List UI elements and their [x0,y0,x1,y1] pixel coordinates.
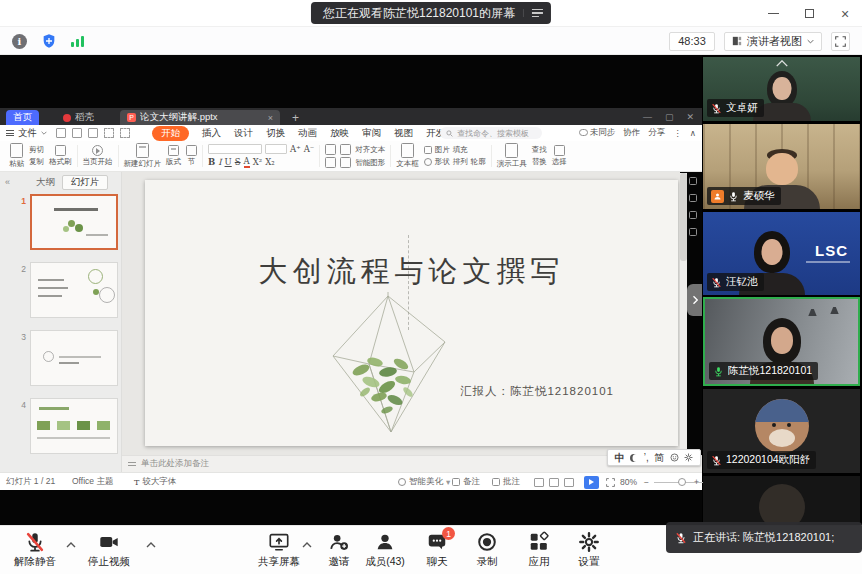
gear-icon[interactable] [684,453,693,462]
record-button[interactable]: 录制 [458,531,516,569]
play-from-current-button[interactable]: 当页开始 [83,145,113,167]
fit-window-icon[interactable] [606,473,615,491]
wps-close-button[interactable]: ✕ [686,112,694,122]
outline-button[interactable]: 轮廓 [471,157,486,167]
slide-layout-button[interactable]: 版式 [166,145,181,167]
print-icon[interactable] [72,128,82,138]
panel-collapse-icon[interactable]: « [5,177,10,187]
banner-menu-icon[interactable] [523,9,543,18]
new-slide-button[interactable]: 新建幻灯片 [124,143,162,169]
video-tile[interactable]: 麦硕华 [703,124,860,209]
menu-tab-slideshow[interactable]: 放映 [330,127,349,140]
video-tile[interactable]: LSC 汪钇池 [703,212,860,295]
redo-icon[interactable] [120,128,130,138]
menu-tab-home[interactable]: 开始 [152,126,189,141]
font-color-button[interactable]: A [244,156,250,168]
fullscreen-button[interactable] [831,32,850,51]
align-left-button[interactable] [325,157,336,168]
slides-tab[interactable]: 幻灯片 [62,175,108,190]
undo-icon[interactable] [104,128,114,138]
settings-button[interactable]: 设置 [560,531,618,569]
slide-thumbnail-3[interactable] [30,330,118,386]
sidebar-collapse-handle[interactable] [687,284,702,316]
minimize-button[interactable] [762,3,784,25]
section-button[interactable]: 节 [186,145,197,167]
superscript-button[interactable]: X² [253,157,262,167]
more-options-icon[interactable]: ⋮ [673,128,682,138]
menu-tab-insert[interactable]: 插入 [202,127,221,140]
security-shield-icon[interactable] [41,33,57,49]
collapse-ribbon-icon[interactable]: ∧ [690,128,696,138]
ime-punct-indicator[interactable]: ’, [644,452,649,463]
slide-thumbnail-2[interactable] [30,262,118,318]
wps-restore-button[interactable]: ▢ [665,112,674,122]
font-family-select[interactable] [208,144,262,154]
emoji-icon[interactable] [670,453,679,462]
zoom-in-button[interactable]: + [694,473,699,491]
ime-lang-indicator[interactable]: 中 [615,451,625,465]
properties-icon[interactable] [689,177,697,185]
align-text-button[interactable]: 对齐文本 [355,145,385,155]
members-button[interactable]: 成员(43) [356,531,414,569]
help-icon[interactable] [689,228,697,236]
document-scrollbar[interactable] [680,173,687,455]
zoom-percent[interactable]: 80% [620,473,637,491]
replace-button[interactable]: 替换 [532,157,547,167]
new-tab-button[interactable]: + [288,110,303,125]
ime-simplified-indicator[interactable]: 简 [654,451,664,465]
font-size-note[interactable]: T较大字体 [134,473,176,491]
menu-tab-animation[interactable]: 动画 [298,127,317,140]
output-icon[interactable] [88,128,98,138]
wps-tab-document[interactable]: P 论文大纲讲解.pptx × [120,110,280,125]
find-button[interactable]: 查找 [532,145,547,155]
menu-tab-transition[interactable]: 切换 [266,127,285,140]
wps-file-menu[interactable]: 文件 [6,127,47,140]
share-button[interactable]: 分享 [648,127,665,139]
collaborate-button[interactable]: 协作 [623,127,640,139]
present-tools-button[interactable]: 演示工具 [497,143,527,169]
slideshow-play-button[interactable] [584,473,599,491]
video-tile-active-speaker[interactable]: 陈芷悦121820101 [703,297,860,386]
status-comments-button[interactable]: 批注 [492,473,520,491]
current-slide[interactable]: 大创流程与论文撰写 [145,180,678,446]
view-sorter-button[interactable] [549,473,559,491]
menu-tab-design[interactable]: 设计 [234,127,253,140]
view-reading-button[interactable] [564,473,574,491]
slide-thumbnail-4[interactable] [30,398,118,454]
bullet-list-button[interactable] [325,144,336,155]
strikethrough-button[interactable]: S [235,157,241,167]
animation-pane-icon[interactable] [689,194,697,202]
moon-icon[interactable] [630,454,638,462]
decrease-font-button[interactable]: A⁻ [304,144,315,154]
input-method-bar[interactable]: 中 ’, 简 [607,449,701,466]
maximize-button[interactable] [798,3,820,25]
arrange-button[interactable]: 排列 [453,157,468,167]
align-center-button[interactable] [340,157,351,168]
zoom-out-button[interactable]: − [644,473,649,491]
close-button[interactable]: × [834,3,856,25]
fill-button[interactable]: 填充 [453,145,468,155]
font-size-select[interactable] [265,144,287,154]
stop-video-button[interactable]: 停止视频 [80,531,138,569]
save-icon[interactable] [56,128,66,138]
textbox-button[interactable]: 文本框 [396,143,419,169]
beautify-button[interactable]: 智能美化▾ [398,473,450,491]
unmute-button[interactable]: 解除静音 [6,531,64,569]
tab-close-icon[interactable]: × [268,113,273,123]
comment-pane-icon[interactable] [689,211,697,219]
view-normal-button[interactable] [534,473,544,491]
video-tile[interactable]: 122020104欧阳舒 [703,389,860,473]
format-painter-button[interactable]: 格式刷 [49,145,72,167]
view-mode-button[interactable]: 演讲者视图 [724,32,822,51]
share-screen-button[interactable]: 共享屏幕 [250,531,308,569]
menu-tab-view[interactable]: 视图 [394,127,413,140]
video-tile[interactable]: 文卓妍 [703,57,860,121]
italic-button[interactable]: I [218,157,221,167]
wps-minimize-button[interactable]: — [643,112,652,122]
shape-button-label[interactable]: 形状 [435,157,450,167]
underline-button[interactable]: U [225,157,232,167]
video-options-caret[interactable] [146,542,156,548]
select-button[interactable]: 选择 [552,145,567,167]
command-search-input[interactable]: 查找命令、搜索模板 [440,127,542,139]
video-tile[interactable] [703,476,860,525]
